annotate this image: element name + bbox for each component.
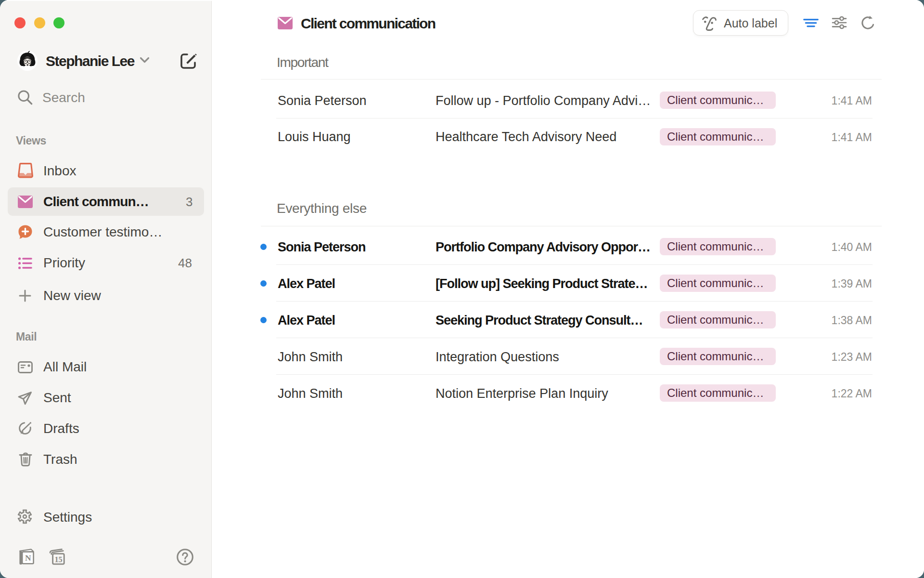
svg-text:N: N	[25, 553, 31, 563]
svg-text:15: 15	[54, 555, 62, 564]
